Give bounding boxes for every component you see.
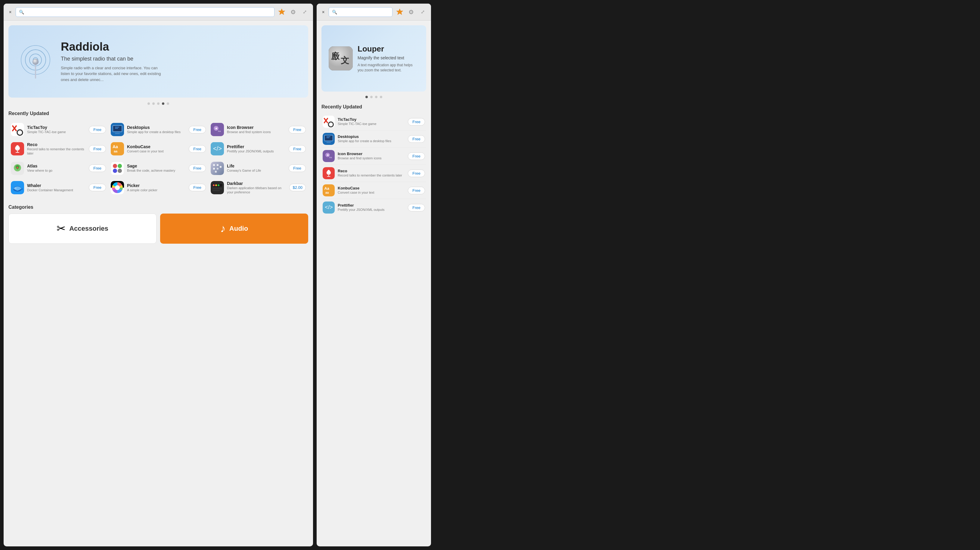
category-accessories[interactable]: ✂ Accessories [8, 214, 156, 244]
price-btn-life[interactable]: Free [289, 164, 306, 172]
app-name-atlas: Atlas [27, 164, 86, 168]
hero-banner-left[interactable]: Raddiola The simplest radio that can be … [8, 25, 308, 97]
price-btn-tictactoy[interactable]: Free [89, 126, 106, 134]
svg-text:Aa: Aa [113, 144, 118, 149]
app-item-iconbrowser[interactable]: ★ Aa Icon Browser Browse and find system… [208, 120, 308, 139]
hero-banner-right[interactable]: 廒 文 Louper Magnify the selected text A t… [321, 25, 426, 92]
hero-app-icon-right: 廒 文 [329, 46, 353, 70]
dot-4[interactable] [162, 102, 164, 105]
list-name-iconbrowser: Icon Browser [338, 151, 405, 156]
accessories-label: Accessories [69, 225, 108, 233]
app-item-sage[interactable]: Sage Break the code, achieve mastery Fre… [108, 159, 208, 178]
app-item-atlas[interactable]: Atlas View where to go Free [8, 159, 108, 178]
svg-rect-24 [15, 148, 20, 149]
list-item-iconbrowser[interactable]: ★ Aa Icon Browser Browse and find system… [321, 148, 426, 165]
list-item-reco[interactable]: Reco Record talks to remember the conten… [321, 165, 426, 182]
svg-text:</>: </> [213, 145, 222, 152]
price-btn-whaler[interactable]: Free [89, 184, 106, 191]
svg-rect-43 [213, 168, 215, 170]
list-desc-desktopius: Simple app for create a desktop files [338, 139, 405, 143]
app-desc-iconbrowser: Browse and find system icons [227, 130, 286, 134]
price-btn-darkbar[interactable]: $2.00 [289, 184, 306, 191]
dot-2[interactable] [152, 102, 155, 105]
app-name-sage: Sage [127, 164, 186, 168]
app-item-darkbar[interactable]: Darkbar Darken application titlebars bas… [208, 178, 308, 198]
gear-icon-right[interactable]: ⚙ [407, 8, 415, 16]
app-info-tictactoy: TicTacToy Simple TIC-TAC-toe game [27, 125, 86, 134]
app-item-picker[interactable]: Picker A simple color picker Free [108, 178, 208, 198]
list-price-reco[interactable]: Free [408, 170, 425, 177]
app-item-tictactoy[interactable]: TicTacToy Simple TIC-TAC-toe game Free [8, 120, 108, 139]
search-bar-left[interactable]: 🔍 [16, 7, 275, 17]
search-input-left[interactable] [26, 10, 271, 14]
list-price-iconbrowser[interactable]: Free [408, 152, 425, 160]
svg-rect-42 [217, 164, 218, 166]
price-btn-iconbrowser[interactable]: Free [289, 126, 306, 134]
close-button-right[interactable]: × [321, 10, 326, 14]
svg-point-39 [118, 169, 122, 173]
main-content-left[interactable]: Raddiola The simplest radio that can be … [3, 21, 313, 547]
price-btn-prettifier[interactable]: Free [289, 145, 306, 153]
svg-text:文: 文 [341, 56, 349, 65]
svg-point-58 [215, 184, 217, 186]
list-price-prettifier[interactable]: Free [408, 204, 425, 212]
app-item-reco[interactable]: Reco Record talks to remember the conten… [8, 139, 108, 159]
dot-3[interactable] [157, 102, 159, 105]
list-item-tictactoy[interactable]: TicTacToy Simple TIC-TAC-toe game Free [321, 113, 426, 131]
price-btn-reco[interactable]: Free [89, 145, 106, 153]
main-content-right[interactable]: 廒 文 Louper Magnify the selected text A t… [317, 21, 431, 547]
hero-title-right: Louper [358, 44, 419, 54]
price-btn-picker[interactable]: Free [189, 184, 206, 191]
list-icon-konbucase: Aa aa [323, 184, 335, 196]
expand-icon-right[interactable]: ⤢ [418, 8, 427, 16]
app-item-prettifier[interactable]: </> Prettifier Prettify your JSON/XML ou… [208, 139, 308, 159]
svg-rect-35 [111, 162, 124, 175]
app-info-picker: Picker A simple color picker [127, 183, 186, 192]
list-desc-reco: Record talks to remember the contents la… [338, 173, 405, 177]
list-price-konbucase[interactable]: Free [408, 187, 425, 194]
list-item-konbucase[interactable]: Aa aa KonbuCase Convert case in your tex… [321, 182, 426, 199]
dot-r2[interactable] [370, 96, 372, 98]
dot-r3[interactable] [375, 96, 377, 98]
price-btn-konbucase[interactable]: Free [189, 145, 206, 153]
recently-updated-label-right: Recently Updated [321, 104, 426, 110]
list-item-prettifier[interactable]: </> Prettifier Prettify your JSON/XML ou… [321, 199, 426, 216]
dot-r1[interactable] [365, 96, 368, 98]
app-name-reco: Reco [27, 142, 86, 147]
expand-icon-left[interactable]: ⤢ [301, 8, 309, 16]
price-btn-desktopius[interactable]: Free [189, 126, 206, 134]
gear-icon-left[interactable]: ⚙ [289, 8, 298, 16]
badge-icon-left[interactable] [277, 8, 286, 16]
list-icon-tictactoy [323, 116, 335, 128]
app-item-desktopius[interactable]: Desktopius Simple app for create a deskt… [108, 120, 208, 139]
list-name-tictactoy: TicTacToy [338, 117, 405, 122]
app-desc-picker: A simple color picker [127, 188, 186, 192]
app-desc-konbucase: Convert case in your text [127, 149, 186, 153]
hero-text-left: Raddiola The simplest radio that can be … [61, 40, 163, 83]
price-btn-atlas[interactable]: Free [89, 164, 106, 172]
svg-point-57 [213, 184, 215, 186]
search-bar-right[interactable]: 🔍 [329, 7, 393, 17]
search-icon-left: 🔍 [19, 10, 24, 14]
app-item-whaler[interactable]: Whaler Docker Container Management Free [8, 178, 108, 198]
app-name-life: Life [227, 164, 286, 168]
close-button-left[interactable]: × [8, 10, 13, 14]
dot-1[interactable] [148, 102, 150, 105]
app-item-life[interactable]: Life Conway's Game of Life Free [208, 159, 308, 178]
category-audio[interactable]: ♪ Audio [160, 214, 308, 244]
dot-5[interactable] [167, 102, 169, 105]
svg-text:★: ★ [215, 127, 218, 130]
app-item-konbucase[interactable]: Aa aa KonbuCase Convert case in your tex… [108, 139, 208, 159]
list-price-tictactoy[interactable]: Free [408, 118, 425, 126]
svg-text:Aa: Aa [324, 186, 329, 191]
price-btn-sage[interactable]: Free [189, 164, 206, 172]
pagination-dots-left [8, 102, 308, 105]
badge-icon-right[interactable] [396, 8, 404, 16]
search-input-right[interactable] [339, 10, 389, 14]
list-item-desktopius[interactable]: Desktopius Simple app for create a deskt… [321, 131, 426, 148]
svg-rect-72 [325, 136, 332, 140]
list-price-desktopius[interactable]: Free [408, 135, 425, 143]
titlebar-left: × 🔍 ⚙ ⤢ [3, 3, 313, 21]
app-list-right: TicTacToy Simple TIC-TAC-toe game Free [321, 113, 426, 216]
dot-r4[interactable] [380, 96, 382, 98]
